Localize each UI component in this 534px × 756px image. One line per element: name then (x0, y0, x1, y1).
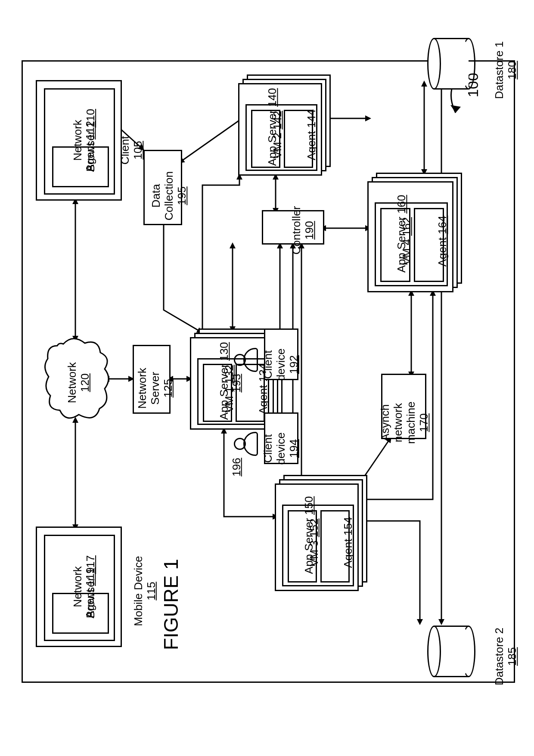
user-icon-1 (234, 348, 258, 372)
app-server-3-agent: Agent 154 (342, 517, 355, 568)
datastore-2 (434, 626, 469, 677)
app-server-4-vm: VM 4 162 (400, 217, 413, 265)
data-collection-label: Data Collection 195 (150, 171, 189, 220)
asynch-label: Asynch network machine 170 (379, 402, 431, 444)
client-agent-label: Agent 112 (84, 121, 97, 172)
user-1-ref: 193 (230, 374, 243, 392)
page: 100 (0, 0, 534, 756)
app-server-2-agent: Agent 144 (305, 109, 318, 161)
datastore-1-label: Datastore 1 180 (493, 41, 519, 99)
app-server-2-vm: VM 2 142 (271, 111, 284, 158)
controller-label: Controller 190 (290, 206, 316, 255)
client-label: Client 105 (119, 136, 145, 164)
svg-line-8 (181, 115, 246, 161)
user-icon-2 (234, 432, 258, 456)
client-device-2-label: Client device 194 (262, 432, 301, 465)
mobile-label: Mobile Device 115 (132, 556, 158, 626)
app-server-4-agent: Agent 164 (436, 216, 449, 267)
user-2-ref: 196 (230, 458, 243, 476)
network-server-label: Network Server 125 (136, 368, 175, 409)
diagram-frame: Client 105 Network Browser 110 Agent 112… (22, 60, 515, 683)
datastore-2-label: Datastore 2 185 (493, 628, 519, 685)
client-device-1-label: Client device 192 (262, 348, 301, 381)
figure-label: FIGURE 1 (159, 559, 183, 650)
datastore-1 (434, 38, 469, 90)
app-server-3-vm: VM 3 152 (308, 518, 321, 566)
mobile-agent-label: Agent 119 (84, 567, 97, 619)
network-label: Network 120 (66, 362, 92, 403)
